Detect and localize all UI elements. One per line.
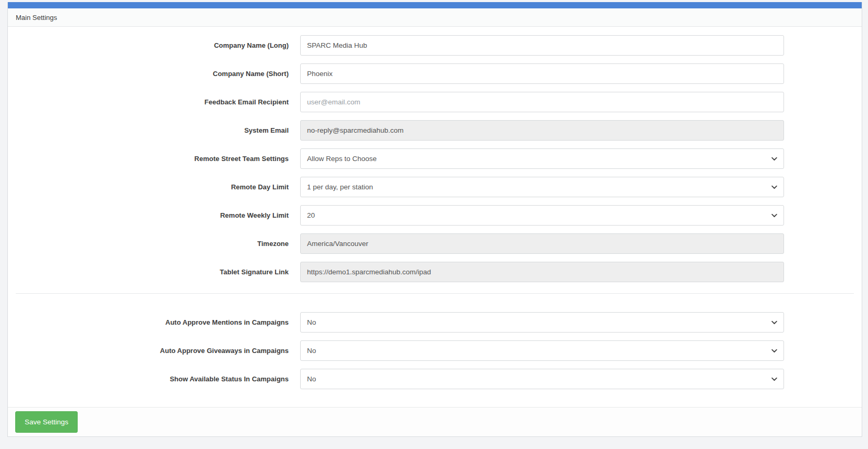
field-label-company-name-long: Company Name (Long) bbox=[16, 41, 289, 49]
form-row: Timezone bbox=[16, 233, 854, 254]
field-control-wrap bbox=[300, 120, 784, 141]
section-divider bbox=[16, 293, 854, 294]
field-control-wrap bbox=[300, 92, 784, 112]
form-row: Feedback Email Recipient bbox=[16, 92, 854, 112]
field-label-remote-day-limit: Remote Day Limit bbox=[16, 183, 289, 191]
form-section-main: Company Name (Long)Company Name (Short)F… bbox=[16, 35, 854, 282]
field-input-system-email bbox=[300, 120, 784, 141]
field-select-auto-approve-mentions-in-campaigns[interactable]: No bbox=[300, 312, 784, 333]
field-label-feedback-email-recipient: Feedback Email Recipient bbox=[16, 98, 289, 106]
field-label-tablet-signature-link: Tablet Signature Link bbox=[16, 268, 289, 276]
panel-footer: Save Settings bbox=[8, 407, 862, 436]
field-select-remote-day-limit[interactable]: 1 per day, per station bbox=[300, 177, 784, 197]
field-control-wrap bbox=[300, 63, 784, 84]
field-label-auto-approve-mentions-in-campaigns: Auto Approve Mentions in Campaigns bbox=[16, 318, 289, 326]
field-control-wrap bbox=[300, 35, 784, 56]
form-row: Auto Approve Giveaways in CampaignsNo bbox=[16, 340, 854, 361]
form-row: System Email bbox=[16, 120, 854, 141]
field-input-timezone bbox=[300, 233, 784, 254]
form-row: Tablet Signature Link bbox=[16, 262, 854, 282]
form-row: Show Available Status In CampaignsNo bbox=[16, 369, 854, 389]
form-row: Remote Street Team SettingsAllow Reps to… bbox=[16, 148, 854, 169]
form-section-campaigns: Auto Approve Mentions in CampaignsNoAuto… bbox=[16, 312, 854, 389]
field-control-wrap: No bbox=[300, 340, 784, 361]
field-control-wrap bbox=[300, 262, 784, 282]
panel-title: Main Settings bbox=[16, 14, 57, 22]
form-row: Remote Weekly Limit20 bbox=[16, 205, 854, 226]
field-label-remote-weekly-limit: Remote Weekly Limit bbox=[16, 211, 289, 219]
form-row: Auto Approve Mentions in CampaignsNo bbox=[16, 312, 854, 333]
field-label-timezone: Timezone bbox=[16, 240, 289, 248]
field-control-wrap bbox=[300, 233, 784, 254]
settings-form: Company Name (Long)Company Name (Short)F… bbox=[8, 27, 862, 407]
field-label-company-name-short: Company Name (Short) bbox=[16, 70, 289, 78]
panel-header: Main Settings bbox=[8, 8, 862, 27]
field-input-tablet-signature-link bbox=[300, 262, 784, 282]
form-row: Remote Day Limit1 per day, per station bbox=[16, 177, 854, 197]
field-label-system-email: System Email bbox=[16, 126, 289, 134]
field-input-company-name-long[interactable] bbox=[300, 35, 784, 56]
field-label-remote-street-team-settings: Remote Street Team Settings bbox=[16, 155, 289, 163]
field-select-remote-weekly-limit[interactable]: 20 bbox=[300, 205, 784, 226]
form-row: Company Name (Long) bbox=[16, 35, 854, 56]
field-label-show-available-status-in-campaigns: Show Available Status In Campaigns bbox=[16, 375, 289, 383]
panel-accent-bar bbox=[8, 2, 862, 8]
field-control-wrap: No bbox=[300, 369, 784, 389]
field-input-company-name-short[interactable] bbox=[300, 63, 784, 84]
field-select-show-available-status-in-campaigns[interactable]: No bbox=[300, 369, 784, 389]
main-settings-panel: Main Settings Company Name (Long)Company… bbox=[7, 2, 862, 437]
field-label-auto-approve-giveaways-in-campaigns: Auto Approve Giveaways in Campaigns bbox=[16, 347, 289, 355]
field-control-wrap: 20 bbox=[300, 205, 784, 226]
field-control-wrap: No bbox=[300, 312, 784, 333]
field-input-feedback-email-recipient[interactable] bbox=[300, 92, 784, 112]
field-control-wrap: 1 per day, per station bbox=[300, 177, 784, 197]
field-control-wrap: Allow Reps to Choose bbox=[300, 148, 784, 169]
field-select-auto-approve-giveaways-in-campaigns[interactable]: No bbox=[300, 340, 784, 361]
field-select-remote-street-team-settings[interactable]: Allow Reps to Choose bbox=[300, 148, 784, 169]
form-row: Company Name (Short) bbox=[16, 63, 854, 84]
save-settings-button[interactable]: Save Settings bbox=[15, 411, 78, 433]
